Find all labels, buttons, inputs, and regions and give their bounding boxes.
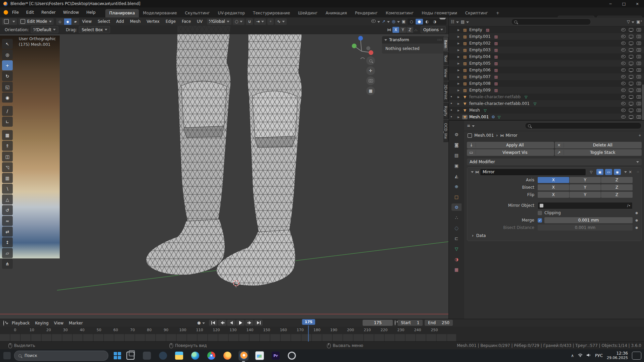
disclosure-icon[interactable]: ▶: [458, 35, 462, 38]
properties-tab-world[interactable]: ⊕: [451, 183, 462, 190]
menu-item[interactable]: File: [8, 10, 22, 15]
disable-render-icon[interactable]: [637, 102, 641, 105]
tool-cursor[interactable]: ◎: [2, 50, 13, 60]
taskbar-app-2[interactable]: [158, 351, 168, 361]
object-name[interactable]: Empty.006: [469, 68, 491, 72]
falloff-dropdown[interactable]: ∿: [275, 18, 287, 25]
disclosure-icon[interactable]: ▶: [458, 69, 462, 72]
hide-eye-icon[interactable]: [621, 68, 626, 72]
snap-dots-icon[interactable]: ⸫: [415, 27, 417, 32]
outliner-row[interactable]: ▶ Empty.002 ⚙: [449, 40, 644, 47]
properties-tab-data[interactable]: ▽: [451, 245, 462, 252]
render-display-toggle[interactable]: ◉: [614, 169, 621, 175]
object-type-icon[interactable]: [462, 102, 468, 106]
disclosure-icon[interactable]: ▶: [458, 55, 462, 58]
outliner-row[interactable]: ▶ female-character-netfabb ⚙: [449, 94, 644, 100]
flip-z-toggle[interactable]: Z: [601, 192, 633, 198]
face-select-icon[interactable]: ▰: [72, 18, 79, 25]
menu-item[interactable]: Help: [83, 10, 99, 15]
photos-icon[interactable]: [255, 351, 265, 361]
edge-icon[interactable]: [190, 351, 200, 361]
disable-viewport-icon[interactable]: [629, 115, 633, 119]
premiere-icon[interactable]: Pr: [271, 351, 281, 361]
properties-search-input[interactable]: [525, 122, 642, 129]
workspace-tab[interactable]: Моделирование: [139, 9, 181, 17]
outliner-row[interactable]: ▶ Empty.007 ⚙: [449, 73, 644, 80]
toggle-stack-button[interactable]: ↗ Toggle Stack: [555, 149, 642, 156]
hide-eye-icon[interactable]: [621, 35, 626, 38]
axis-z-toggle[interactable]: Z: [601, 177, 633, 183]
tool-rotate[interactable]: ↻: [2, 71, 13, 81]
disable-render-icon[interactable]: [637, 75, 641, 78]
disable-viewport-icon[interactable]: [629, 48, 633, 52]
tool-move[interactable]: +: [2, 60, 13, 70]
timeline-menu-item[interactable]: Playback: [9, 321, 33, 325]
start-button[interactable]: [113, 351, 122, 360]
disclosure-icon[interactable]: ▶: [458, 82, 462, 85]
overlays-toggle[interactable]: ◎: [392, 19, 399, 24]
disable-viewport-icon[interactable]: [629, 42, 633, 45]
editor-type-button[interactable]: [2, 18, 17, 25]
stopwatch-icon[interactable]: [395, 320, 395, 325]
taskbar-app-1[interactable]: [142, 351, 152, 361]
object-name[interactable]: Mesh.001: [469, 115, 489, 119]
zoom-icon[interactable]: [366, 56, 375, 65]
workspace-tab[interactable]: Композитинг: [382, 9, 418, 17]
collapse-icon[interactable]: [471, 171, 474, 173]
wireframe-shading-icon[interactable]: ○: [408, 19, 415, 24]
disable-render-icon[interactable]: [637, 62, 641, 65]
tool-select-tweak[interactable]: ↖: [2, 39, 13, 49]
realtime-display-toggle[interactable]: ▭: [605, 169, 612, 175]
firefox-icon[interactable]: [222, 351, 232, 361]
properties-tab-tool[interactable]: ⚙: [451, 131, 462, 138]
viewport-menu-item[interactable]: Select: [95, 19, 113, 24]
properties-editor-icon[interactable]: ≡: [467, 123, 475, 128]
tool-knife[interactable]: ∖: [2, 184, 13, 194]
disable-viewport-icon[interactable]: [629, 55, 633, 58]
disable-viewport-icon[interactable]: [629, 88, 633, 92]
object-name[interactable]: Empty.001: [469, 34, 491, 39]
object-name[interactable]: female-character-netfabb: [469, 95, 521, 99]
play-reverse-button[interactable]: [227, 320, 235, 326]
tool-add-cube[interactable]: ▦: [2, 130, 13, 140]
disable-viewport-icon[interactable]: [629, 35, 633, 38]
menu-item[interactable]: Edit: [22, 10, 38, 15]
current-frame-field[interactable]: 175: [363, 320, 393, 326]
axis-y-toggle[interactable]: Y: [570, 177, 601, 183]
tool-shrink-flatten[interactable]: ↕: [2, 237, 13, 247]
breadcrumb-object[interactable]: Mesh.001: [474, 133, 494, 138]
show-object-types-dropdown[interactable]: [371, 19, 380, 24]
outliner-filter-icon[interactable]: ▽: [627, 19, 634, 24]
hide-eye-icon[interactable]: [621, 42, 626, 45]
tool-poly-build[interactable]: △: [2, 194, 13, 204]
timeline-editor-icon[interactable]: [3, 321, 8, 325]
tool-smooth[interactable]: ≈: [2, 216, 13, 226]
timeline-menu-item[interactable]: Keying: [33, 321, 51, 325]
properties-tab-particles[interactable]: ∴: [451, 214, 462, 221]
hide-eye-icon[interactable]: [621, 95, 626, 99]
merge-threshold-slider[interactable]: 0.001 mm: [544, 217, 633, 223]
disable-render-icon[interactable]: [637, 115, 641, 119]
sidebar-tab[interactable]: View: [443, 66, 448, 80]
object-name[interactable]: Empty.005: [469, 61, 491, 66]
sidebar-tab[interactable]: 3D-Print: [443, 81, 448, 103]
disclosure-icon[interactable]: ▶: [458, 96, 462, 99]
object-name[interactable]: Empty.002: [469, 41, 491, 46]
solid-shading-icon[interactable]: ●: [416, 19, 423, 24]
hide-eye-icon[interactable]: [621, 28, 626, 32]
modifier-extras-icon[interactable]: [624, 171, 627, 173]
disable-render-icon[interactable]: [637, 88, 641, 92]
disable-viewport-icon[interactable]: [629, 68, 633, 72]
disable-render-icon[interactable]: [637, 109, 641, 112]
apply-all-button[interactable]: ↓ Apply All: [467, 142, 554, 148]
outliner-row[interactable]: ▶ Empty.006 ⚙: [449, 67, 644, 73]
mirror-y-toggle[interactable]: Y: [399, 27, 406, 33]
outliner-row[interactable]: ▶ Empty.009 ⚙: [449, 87, 644, 94]
viewport-menu-item[interactable]: Add: [113, 19, 127, 24]
volume-icon[interactable]: [587, 353, 591, 358]
transform-panel-header[interactable]: Transform ∷∷: [382, 36, 444, 44]
object-type-icon[interactable]: [462, 55, 468, 59]
hide-eye-icon[interactable]: [621, 88, 626, 92]
object-name[interactable]: Empty.008: [469, 81, 491, 86]
file-explorer-icon[interactable]: [174, 351, 184, 361]
